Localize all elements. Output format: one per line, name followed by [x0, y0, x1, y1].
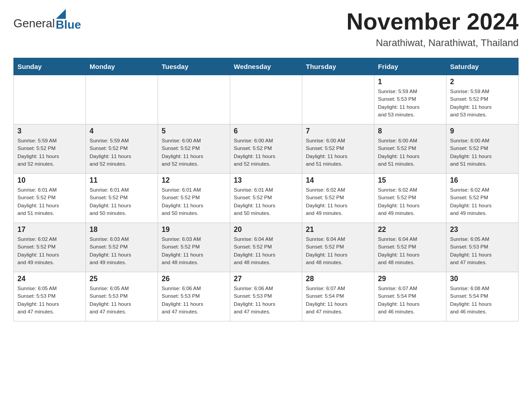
week-row-3: 10Sunrise: 6:01 AM Sunset: 5:52 PM Dayli…	[14, 174, 519, 223]
calendar-cell: 6Sunrise: 6:00 AM Sunset: 5:52 PM Daylig…	[230, 124, 302, 174]
day-info: Sunrise: 6:00 AM Sunset: 5:52 PM Dayligh…	[162, 137, 226, 168]
calendar-cell: 30Sunrise: 6:08 AM Sunset: 5:54 PM Dayli…	[446, 272, 519, 321]
day-info: Sunrise: 6:03 AM Sunset: 5:52 PM Dayligh…	[162, 235, 226, 266]
calendar-cell: 10Sunrise: 6:01 AM Sunset: 5:52 PM Dayli…	[14, 174, 86, 223]
day-info: Sunrise: 6:01 AM Sunset: 5:52 PM Dayligh…	[90, 186, 154, 217]
logo-area: General Blue	[13, 9, 81, 30]
logo-triangle-icon	[56, 9, 66, 19]
header-day-monday: Monday	[86, 58, 158, 75]
calendar-cell: 15Sunrise: 6:02 AM Sunset: 5:52 PM Dayli…	[374, 174, 446, 223]
day-info: Sunrise: 6:08 AM Sunset: 5:54 PM Dayligh…	[450, 285, 515, 316]
calendar-cell: 22Sunrise: 6:04 AM Sunset: 5:52 PM Dayli…	[374, 223, 446, 272]
calendar-cell	[86, 75, 158, 124]
day-info: Sunrise: 6:00 AM Sunset: 5:52 PM Dayligh…	[306, 137, 370, 168]
day-info: Sunrise: 6:06 AM Sunset: 5:53 PM Dayligh…	[234, 285, 298, 316]
day-number: 19	[162, 226, 226, 234]
day-info: Sunrise: 6:01 AM Sunset: 5:52 PM Dayligh…	[17, 186, 82, 217]
calendar-cell: 19Sunrise: 6:03 AM Sunset: 5:52 PM Dayli…	[158, 223, 230, 272]
week-row-2: 3Sunrise: 5:59 AM Sunset: 5:52 PM Daylig…	[14, 124, 519, 174]
week-row-1: 1Sunrise: 5:59 AM Sunset: 5:53 PM Daylig…	[14, 75, 519, 124]
day-number: 10	[17, 176, 82, 184]
day-number: 18	[90, 226, 154, 234]
location-title: Narathiwat, Narathiwat, Thailand	[347, 37, 519, 49]
header-day-friday: Friday	[374, 58, 446, 75]
calendar-cell: 13Sunrise: 6:01 AM Sunset: 5:52 PM Dayli…	[230, 174, 302, 223]
calendar-cell: 12Sunrise: 6:01 AM Sunset: 5:52 PM Dayli…	[158, 174, 230, 223]
calendar-cell: 5Sunrise: 6:00 AM Sunset: 5:52 PM Daylig…	[158, 124, 230, 174]
day-number: 14	[306, 176, 370, 184]
day-info: Sunrise: 6:05 AM Sunset: 5:53 PM Dayligh…	[17, 285, 82, 316]
header-day-thursday: Thursday	[302, 58, 374, 75]
calendar-cell: 9Sunrise: 6:00 AM Sunset: 5:52 PM Daylig…	[446, 124, 519, 174]
header-day-wednesday: Wednesday	[230, 58, 302, 75]
day-number: 9	[450, 127, 515, 135]
calendar-cell: 25Sunrise: 6:05 AM Sunset: 5:53 PM Dayli…	[86, 272, 158, 321]
day-info: Sunrise: 6:03 AM Sunset: 5:52 PM Dayligh…	[90, 235, 154, 266]
day-number: 3	[17, 127, 82, 135]
day-number: 20	[234, 226, 298, 234]
day-number: 22	[378, 226, 442, 234]
day-info: Sunrise: 6:02 AM Sunset: 5:52 PM Dayligh…	[378, 186, 442, 217]
day-info: Sunrise: 5:59 AM Sunset: 5:52 PM Dayligh…	[450, 88, 515, 119]
calendar-cell: 14Sunrise: 6:02 AM Sunset: 5:52 PM Dayli…	[302, 174, 374, 223]
calendar-cell: 18Sunrise: 6:03 AM Sunset: 5:52 PM Dayli…	[86, 223, 158, 272]
calendar-cell: 4Sunrise: 5:59 AM Sunset: 5:52 PM Daylig…	[86, 124, 158, 174]
day-info: Sunrise: 6:06 AM Sunset: 5:53 PM Dayligh…	[162, 285, 226, 316]
day-number: 21	[306, 226, 370, 234]
week-row-5: 24Sunrise: 6:05 AM Sunset: 5:53 PM Dayli…	[14, 272, 519, 321]
day-info: Sunrise: 6:02 AM Sunset: 5:52 PM Dayligh…	[306, 186, 370, 217]
day-number: 27	[234, 275, 298, 283]
calendar-cell: 3Sunrise: 5:59 AM Sunset: 5:52 PM Daylig…	[14, 124, 86, 174]
calendar-cell: 29Sunrise: 6:07 AM Sunset: 5:54 PM Dayli…	[374, 272, 446, 321]
header-row: SundayMondayTuesdayWednesdayThursdayFrid…	[14, 58, 519, 75]
day-info: Sunrise: 6:04 AM Sunset: 5:52 PM Dayligh…	[378, 235, 442, 266]
calendar-cell: 26Sunrise: 6:06 AM Sunset: 5:53 PM Dayli…	[158, 272, 230, 321]
day-info: Sunrise: 6:07 AM Sunset: 5:54 PM Dayligh…	[378, 285, 442, 316]
header-day-tuesday: Tuesday	[158, 58, 230, 75]
logo-blue-part: Blue	[56, 9, 81, 30]
day-info: Sunrise: 6:00 AM Sunset: 5:52 PM Dayligh…	[450, 137, 515, 168]
logo-blue-text: Blue	[56, 19, 81, 30]
day-number: 30	[450, 275, 515, 283]
day-info: Sunrise: 6:01 AM Sunset: 5:52 PM Dayligh…	[162, 186, 226, 217]
day-number: 16	[450, 176, 515, 184]
day-number: 28	[306, 275, 370, 283]
logo-general-text: General	[13, 17, 55, 30]
day-number: 12	[162, 176, 226, 184]
day-number: 4	[90, 127, 154, 135]
month-title: November 2024	[347, 9, 519, 34]
day-number: 23	[450, 226, 515, 234]
day-number: 7	[306, 127, 370, 135]
calendar-cell: 16Sunrise: 6:02 AM Sunset: 5:52 PM Dayli…	[446, 174, 519, 223]
header: General Blue November 2024 Narathiwat, N…	[13, 9, 519, 49]
day-info: Sunrise: 6:04 AM Sunset: 5:52 PM Dayligh…	[234, 235, 298, 266]
calendar-cell	[302, 75, 374, 124]
svg-marker-0	[56, 9, 66, 19]
day-info: Sunrise: 6:07 AM Sunset: 5:54 PM Dayligh…	[306, 285, 370, 316]
header-day-sunday: Sunday	[14, 58, 86, 75]
day-number: 25	[90, 275, 154, 283]
calendar-cell: 2Sunrise: 5:59 AM Sunset: 5:52 PM Daylig…	[446, 75, 519, 124]
calendar-cell: 21Sunrise: 6:04 AM Sunset: 5:52 PM Dayli…	[302, 223, 374, 272]
calendar-cell	[158, 75, 230, 124]
day-info: Sunrise: 6:00 AM Sunset: 5:52 PM Dayligh…	[378, 137, 442, 168]
day-info: Sunrise: 6:04 AM Sunset: 5:52 PM Dayligh…	[306, 235, 370, 266]
day-number: 5	[162, 127, 226, 135]
day-number: 11	[90, 176, 154, 184]
calendar-cell: 1Sunrise: 5:59 AM Sunset: 5:53 PM Daylig…	[374, 75, 446, 124]
day-info: Sunrise: 6:02 AM Sunset: 5:52 PM Dayligh…	[450, 186, 515, 217]
calendar-cell	[230, 75, 302, 124]
day-number: 1	[378, 78, 442, 86]
day-number: 2	[450, 78, 515, 86]
calendar-cell: 23Sunrise: 6:05 AM Sunset: 5:53 PM Dayli…	[446, 223, 519, 272]
week-row-4: 17Sunrise: 6:02 AM Sunset: 5:52 PM Dayli…	[14, 223, 519, 272]
calendar-cell: 28Sunrise: 6:07 AM Sunset: 5:54 PM Dayli…	[302, 272, 374, 321]
day-number: 26	[162, 275, 226, 283]
day-info: Sunrise: 6:05 AM Sunset: 5:53 PM Dayligh…	[450, 235, 515, 266]
calendar-cell: 17Sunrise: 6:02 AM Sunset: 5:52 PM Dayli…	[14, 223, 86, 272]
header-day-saturday: Saturday	[446, 58, 519, 75]
day-number: 6	[234, 127, 298, 135]
calendar-cell: 7Sunrise: 6:00 AM Sunset: 5:52 PM Daylig…	[302, 124, 374, 174]
calendar-cell: 20Sunrise: 6:04 AM Sunset: 5:52 PM Dayli…	[230, 223, 302, 272]
day-number: 8	[378, 127, 442, 135]
